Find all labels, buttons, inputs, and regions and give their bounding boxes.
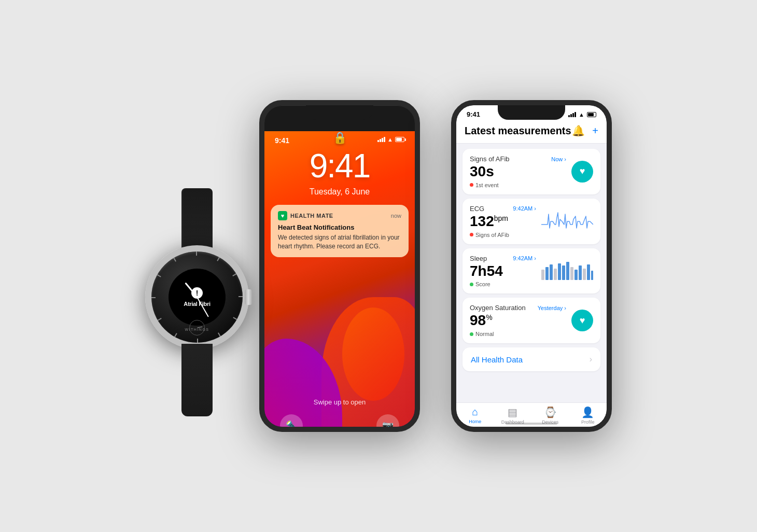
heart-icon-badge2: ♥ <box>580 315 585 326</box>
health-signal-icon <box>568 112 576 117</box>
health-status-time: 9:41 <box>467 110 480 118</box>
afib-card[interactable]: Signs of AFib Now › 30s 1st event ♥ <box>462 149 600 194</box>
ecg-chart <box>541 210 593 231</box>
sleep-chart <box>541 259 593 280</box>
phone2-notch <box>498 105 565 120</box>
oxygen-label: Oxygen Saturation <box>470 304 526 312</box>
ecg-subtitle: Signs of AFib <box>470 232 536 238</box>
svg-rect-9 <box>579 265 582 280</box>
svg-rect-2 <box>550 264 553 280</box>
oxygen-subtitle: Normal <box>470 331 566 337</box>
health-battery-icon <box>587 112 596 117</box>
oxygen-card-left: Oxygen Saturation Yesterday › 98% Normal <box>470 304 566 337</box>
lock-background: 9:41 ▲ 🔒 <box>264 131 415 427</box>
ecg-card[interactable]: ECG 9:42AM › 132bpm Signs of AFib <box>462 199 600 244</box>
phone-notch <box>306 105 373 120</box>
tab-dashboard[interactable]: ▤ Dashboard <box>494 406 532 425</box>
notif-timestamp: now <box>391 213 401 219</box>
afib-card-left: Signs of AFib Now › 30s 1st event <box>470 155 566 188</box>
oxygen-time: Yesterday › <box>538 305 566 311</box>
svg-rect-6 <box>566 262 569 280</box>
watch-body: ! Atrial Fibri WITHINGS <box>145 245 249 349</box>
ecg-label: ECG <box>470 205 484 213</box>
oxygen-card[interactable]: Oxygen Saturation Yesterday › 98% Normal… <box>462 298 600 343</box>
oxygen-card-meta: Oxygen Saturation Yesterday › <box>470 304 566 312</box>
afib-card-right: ♥ <box>571 161 593 183</box>
tab-home[interactable]: ⌂ Home <box>456 406 494 425</box>
lock-status-time: 9:41 <box>275 136 289 145</box>
afib-time: Now › <box>551 156 566 162</box>
notif-header: ♥ HEALTH MATE now <box>278 211 401 220</box>
watch-display-text: Atrial Fibri <box>184 301 210 307</box>
svg-rect-5 <box>562 265 565 280</box>
bg-shape-3 <box>342 307 404 401</box>
health-page-title: Latest measurements <box>465 125 571 137</box>
svg-rect-11 <box>587 264 590 280</box>
watch: ! Atrial Fibri WITHINGS <box>145 245 249 349</box>
health-header: Latest measurements 🔔 + <box>456 120 607 144</box>
chevron-right-icon: › <box>590 355 592 364</box>
svg-rect-7 <box>570 267 573 280</box>
add-icon[interactable]: + <box>592 125 598 137</box>
sleep-card-left: Sleep 9:42AM › 7h54 Score <box>470 255 536 288</box>
sleep-card-right <box>541 259 593 282</box>
home-tab-label: Home <box>469 419 481 424</box>
notif-body: We detected signs of atrial fibrillation… <box>278 233 401 251</box>
devices-tab-icon: ⌚ <box>544 406 557 418</box>
home-tab-icon: ⌂ <box>472 406 478 418</box>
afib-value: 30s <box>470 164 566 180</box>
tab-devices[interactable]: ⌚ Devices <box>531 406 569 425</box>
svg-rect-4 <box>558 263 561 280</box>
ecg-card-right <box>541 210 593 233</box>
home-indicator-2 <box>506 423 557 425</box>
oxygen-heart-badge: ♥ <box>571 310 593 331</box>
watch-strap-bottom <box>181 344 213 416</box>
sleep-dot <box>470 283 473 286</box>
watch-crown <box>245 289 252 305</box>
health-header-icons: 🔔 + <box>572 124 598 137</box>
afib-subtitle: 1st event <box>470 182 566 188</box>
ecg-value: 132bpm <box>470 214 536 230</box>
afib-heart-badge: ♥ <box>571 161 593 183</box>
svg-rect-8 <box>574 270 578 280</box>
all-health-label: All Health Data <box>471 355 523 364</box>
tab-profile[interactable]: 👤 Profile <box>569 406 607 425</box>
oxygen-card-right: ♥ <box>571 310 593 331</box>
phone-lockscreen: 9:41 ▲ 🔒 <box>259 100 420 432</box>
notif-title: Heart Beat Notifications <box>278 223 401 231</box>
health-wifi-icon: ▲ <box>579 111 584 118</box>
dashboard-tab-icon: ▤ <box>508 406 517 418</box>
svg-rect-12 <box>591 271 593 280</box>
all-health-data-row[interactable]: All Health Data › <box>462 347 600 371</box>
sleep-card-meta: Sleep 9:42AM › <box>470 255 536 262</box>
bell-icon[interactable]: 🔔 <box>572 124 585 137</box>
phone-health-app: 9:41 ▲ Latest measurements <box>451 100 612 432</box>
heart-icon: ♥ <box>281 213 285 219</box>
watch-brand-label: WITHINGS <box>185 328 209 331</box>
afib-dot <box>470 183 473 187</box>
health-content: Signs of AFib Now › 30s 1st event ♥ <box>456 144 607 402</box>
sleep-time: 9:42AM › <box>513 255 536 261</box>
signal-icon <box>377 137 385 142</box>
notification-card: ♥ HEALTH MATE now Heart Beat Notificatio… <box>271 205 409 257</box>
lock-status-bar: 9:41 ▲ <box>264 131 415 154</box>
svg-rect-3 <box>554 269 557 280</box>
swipe-text: Swipe up to open <box>264 398 415 406</box>
phone-screen: 9:41 ▲ 🔒 <box>264 105 415 427</box>
sleep-card[interactable]: Sleep 9:42AM › 7h54 Score <box>462 248 600 294</box>
oxygen-dot <box>470 332 473 336</box>
oxygen-value: 98% <box>470 313 566 329</box>
notif-app-name: HEALTH MATE <box>290 213 333 219</box>
flashlight-button[interactable]: 🔦 <box>280 414 303 427</box>
camera-button[interactable]: 📷 <box>376 414 399 427</box>
health-mate-icon: ♥ <box>278 211 287 220</box>
lock-bottom-controls: 🔦 📷 <box>264 414 415 427</box>
health-status-icons: ▲ <box>568 111 596 118</box>
ecg-card-meta: ECG 9:42AM › <box>470 205 536 213</box>
afib-card-meta: Signs of AFib Now › <box>470 155 566 163</box>
watch-strap-top <box>181 188 213 250</box>
sleep-subtitle: Score <box>470 281 536 287</box>
phone2-screen: 9:41 ▲ Latest measurements <box>456 105 607 427</box>
scene: ! Atrial Fibri WITHINGS <box>145 100 612 432</box>
sleep-label: Sleep <box>470 255 487 262</box>
